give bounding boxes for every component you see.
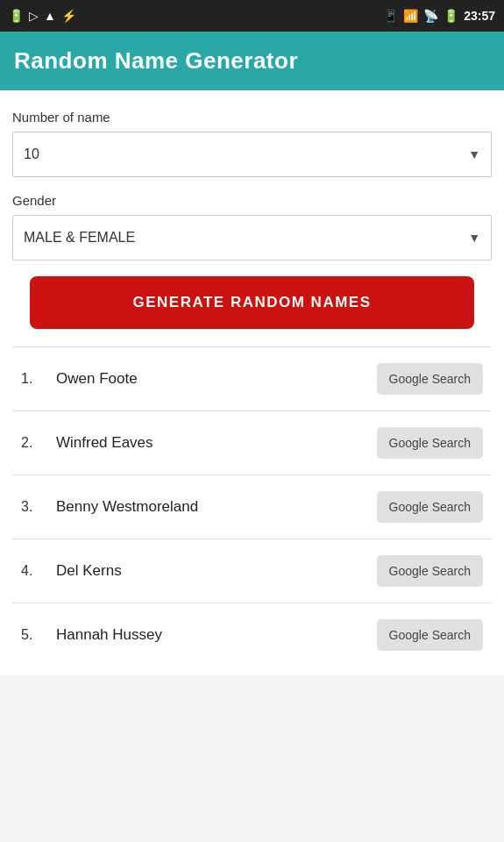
gender-select[interactable]: MALE & FEMALE ▼ xyxy=(12,215,492,260)
number-of-name-select[interactable]: 10 ▼ xyxy=(12,132,492,177)
results-list: 1.Owen FooteGoogle Search2.Winfred Eaves… xyxy=(12,346,492,667)
usb-icon: ⚡ xyxy=(61,9,76,23)
phone-icon: 📱 xyxy=(383,9,398,23)
gender-value: MALE & FEMALE xyxy=(24,230,135,246)
google-search-button[interactable]: Google Search xyxy=(377,363,483,395)
table-row: 3.Benny WestmorelandGoogle Search xyxy=(12,475,492,539)
result-number: 1. xyxy=(21,371,56,387)
battery-icon: 🔋 xyxy=(9,9,24,23)
google-search-button[interactable]: Google Search xyxy=(377,491,483,523)
google-search-button[interactable]: Google Search xyxy=(377,555,483,587)
wifi-icon: 📶 xyxy=(403,9,418,23)
play-icon: ▷ xyxy=(29,9,39,23)
result-name: Del Kerns xyxy=(56,562,377,580)
app-header: Random Name Generator xyxy=(0,32,504,90)
result-name: Hannah Hussey xyxy=(56,626,377,644)
number-of-name-value: 10 xyxy=(24,146,39,162)
result-name: Owen Foote xyxy=(56,370,377,388)
table-row: 5.Hannah HusseyGoogle Search xyxy=(12,603,492,667)
status-bar-icons: 🔋 ▷ ▲ ⚡ xyxy=(9,9,76,23)
status-bar: 🔋 ▷ ▲ ⚡ 📱 📶 📡 🔋 23:57 xyxy=(0,0,504,32)
chevron-down-icon-gender: ▼ xyxy=(468,231,480,245)
result-name: Benny Westmoreland xyxy=(56,498,377,516)
app-title: Random Name Generator xyxy=(14,47,490,75)
result-number: 2. xyxy=(21,435,56,451)
number-of-name-label: Number of name xyxy=(12,110,492,125)
main-content: Number of name 10 ▼ Gender MALE & FEMALE… xyxy=(0,90,504,675)
generate-button[interactable]: GENERATE RANDOM NAMES xyxy=(30,276,474,329)
gender-label: Gender xyxy=(12,193,492,208)
clock: 23:57 xyxy=(464,9,495,23)
status-bar-right: 📱 📶 📡 🔋 23:57 xyxy=(383,9,495,23)
result-name: Winfred Eaves xyxy=(56,434,377,452)
google-search-button[interactable]: Google Search xyxy=(377,619,483,651)
signal-icon: 📡 xyxy=(423,9,438,23)
battery-charging-icon: 🔋 xyxy=(444,9,458,23)
table-row: 4.Del KernsGoogle Search xyxy=(12,539,492,603)
triangle-icon: ▲ xyxy=(44,9,56,23)
google-search-button[interactable]: Google Search xyxy=(377,427,483,459)
table-row: 2.Winfred EavesGoogle Search xyxy=(12,410,492,475)
result-number: 4. xyxy=(21,563,56,579)
result-number: 3. xyxy=(21,499,56,515)
table-row: 1.Owen FooteGoogle Search xyxy=(12,346,492,410)
result-number: 5. xyxy=(21,627,56,643)
chevron-down-icon: ▼ xyxy=(468,147,480,161)
